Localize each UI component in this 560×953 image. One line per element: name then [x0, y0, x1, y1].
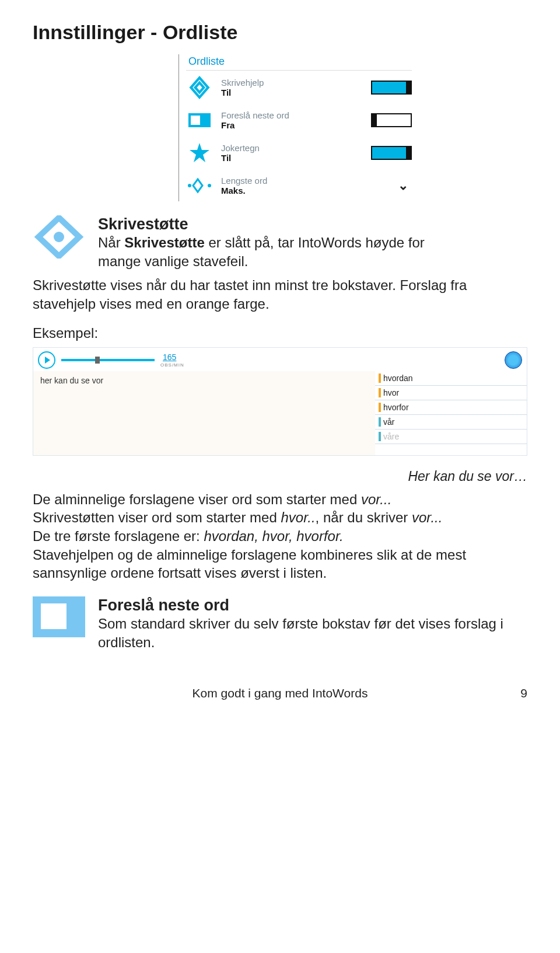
example-screenshot: 165 OBS/MIN her kan du se vor hvordan hv… — [33, 347, 527, 456]
speed-value: 165 — [163, 352, 176, 362]
setting-row-skrivehjelp: Skrivehjelp Til — [186, 71, 412, 103]
footer: Kom godt i gang med IntoWords 9 — [33, 686, 527, 700]
feature-foresla: Foreslå neste ord Som standard skriver d… — [33, 596, 527, 651]
settings-panel: Ordliste Skrivehjelp Til Foreslå neste o… — [178, 54, 412, 201]
toggle-foresla[interactable] — [371, 113, 412, 127]
typed-text[interactable]: her kan du se vor — [33, 371, 375, 455]
suggestion-item[interactable]: hvor — [375, 386, 527, 400]
next-word-icon — [186, 107, 213, 134]
feature-skrivestotte: Skrivestøtte Når Skrivestøtte er slått p… — [33, 215, 527, 270]
setting-state: Fra — [221, 120, 363, 130]
feature-paragraph: Skrivestøtte vises når du har tastet inn… — [33, 276, 527, 313]
toggle-jokertegn[interactable] — [371, 146, 412, 160]
svg-point-4 — [54, 232, 64, 242]
svg-point-2 — [188, 184, 191, 187]
suggestion-item[interactable]: våre — [375, 430, 527, 444]
page-title: Innstillinger - Ordliste — [33, 21, 527, 44]
suggestion-item[interactable]: vår — [375, 415, 527, 430]
setting-row-foresla: Foreslå neste ord Fra — [186, 103, 412, 136]
explanation-text: De alminnelige forslagene viser ord som … — [33, 490, 527, 582]
setting-row-jokertegn: Jokertegn Til — [186, 136, 412, 169]
suggestion-list: hvordan hvor hvorfor vår våre — [375, 371, 527, 455]
speed-unit: OBS/MIN — [160, 362, 184, 368]
example-caption: Her kan du se vor… — [33, 469, 527, 484]
next-word-large-icon — [33, 596, 85, 637]
diamond-large-icon — [33, 215, 85, 259]
diamond-icon — [186, 74, 213, 101]
chevron-down-icon[interactable]: ⌄ — [398, 178, 412, 193]
setting-label: Jokertegn — [221, 143, 363, 153]
page-number: 9 — [520, 686, 527, 700]
setting-label: Lengste ord — [221, 176, 390, 186]
suggestion-item[interactable]: hvorfor — [375, 400, 527, 415]
toggle-skrivehjelp[interactable] — [371, 81, 412, 95]
svg-rect-1 — [191, 116, 200, 125]
feature-title: Foreslå neste ord — [98, 596, 527, 615]
example-label: Eksempel: — [33, 325, 527, 341]
setting-state: Til — [221, 153, 363, 163]
setting-row-lengste: Lengste ord Maks. ⌄ — [186, 169, 412, 201]
settings-header: Ordliste — [186, 54, 412, 71]
setting-label: Foreslå neste ord — [221, 110, 363, 120]
setting-state: Til — [221, 88, 363, 97]
play-icon[interactable] — [38, 351, 55, 369]
footer-text: Kom godt i gang med IntoWords — [192, 686, 368, 700]
svg-point-3 — [208, 184, 211, 187]
length-icon — [186, 172, 213, 199]
feature-text: Når Skrivestøtte er slått på, tar IntoWo… — [98, 233, 527, 270]
setting-label: Skrivehjelp — [221, 78, 363, 88]
feature-title: Skrivestøtte — [98, 215, 527, 233]
setting-state: Maks. — [221, 186, 390, 196]
star-icon — [186, 139, 213, 166]
suggestion-item[interactable]: hvordan — [375, 371, 527, 386]
speed-slider[interactable] — [61, 359, 155, 361]
feature-text: Som standard skriver du selv første boks… — [98, 615, 527, 651]
globe-icon[interactable] — [505, 351, 522, 369]
